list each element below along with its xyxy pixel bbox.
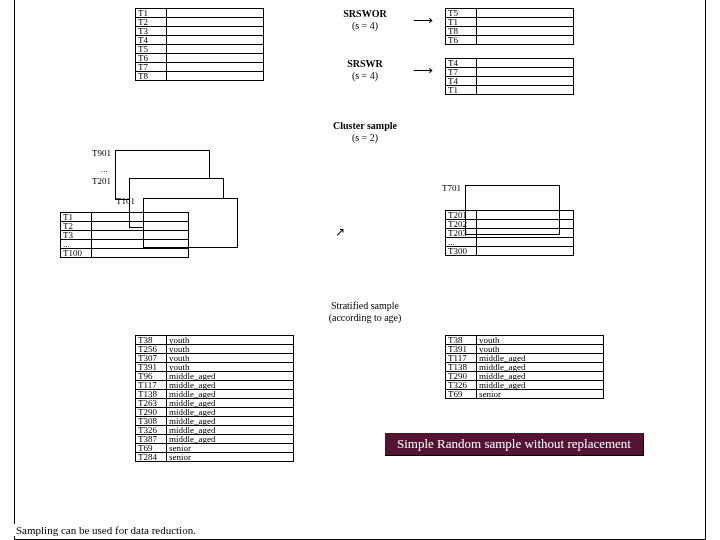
row-body xyxy=(92,240,189,249)
table-row: T8 xyxy=(136,72,264,81)
row-id: T69 xyxy=(446,390,477,399)
row-id: T284 xyxy=(136,453,167,462)
highlight-text: Simple Random sample without replacement xyxy=(397,436,631,451)
table-row: T3 xyxy=(136,27,264,36)
srswr-table: T4T7T4T1 xyxy=(445,58,574,95)
page-frame: T1T2T3T4T5T6T7T8 SRSWOR (s = 4) ⟶ T5T1T8… xyxy=(14,0,706,540)
table-row: T1 xyxy=(136,9,264,18)
cluster-title: Cluster sample xyxy=(333,120,397,131)
srswr-sub: (s = 4) xyxy=(352,70,378,81)
table-row: T4 xyxy=(446,59,574,68)
srswor-caption: SRSWOR (s = 4) xyxy=(325,8,405,32)
row-id: T8 xyxy=(136,72,167,81)
table-row: T7 xyxy=(446,68,574,77)
stratified-sub: (according to age) xyxy=(329,312,402,323)
table-row: T284senior xyxy=(136,453,294,462)
cluster-caption: Cluster sample (s = 2) xyxy=(305,120,425,144)
row-body xyxy=(92,213,189,222)
table-row: T1 xyxy=(61,213,189,222)
table-row: T307youth xyxy=(136,354,294,363)
stack-label-right: T701 xyxy=(431,183,461,193)
footer-text: Sampling can be used for data reduction. xyxy=(10,524,202,536)
srswor-table: T5T1T8T6 xyxy=(445,8,574,45)
row-body xyxy=(477,238,574,247)
row-body xyxy=(167,63,264,72)
row-id: T300 xyxy=(446,247,477,256)
row-body xyxy=(477,18,574,27)
srswor-title: SRSWOR xyxy=(343,8,386,19)
table-row: T203 xyxy=(446,229,574,238)
row-value: senior xyxy=(167,453,294,462)
table-row: T5 xyxy=(136,45,264,54)
row-body xyxy=(167,54,264,63)
row-body xyxy=(477,247,574,256)
cluster-left-table: T1T2T3...T100 xyxy=(60,212,189,258)
table-row: T100 xyxy=(61,249,189,258)
row-body xyxy=(477,36,574,45)
arrow-cluster: ↗ xyxy=(335,225,345,240)
highlight-box: Simple Random sample without replacement xyxy=(385,433,644,456)
row-body xyxy=(477,229,574,238)
table-row: T1 xyxy=(446,86,574,95)
table-row: T326middle_aged xyxy=(446,381,604,390)
row-body xyxy=(477,27,574,36)
stratified-left-table: T38youthT256youthT307youthT391youthT96mi… xyxy=(135,335,294,462)
srswor-sub: (s = 4) xyxy=(352,20,378,31)
row-body xyxy=(167,72,264,81)
table-row: T6 xyxy=(446,36,574,45)
table-row: T6 xyxy=(136,54,264,63)
table-row: T3 xyxy=(61,231,189,240)
row-body xyxy=(477,68,574,77)
table-row: T387middle_aged xyxy=(136,435,294,444)
row-body xyxy=(477,59,574,68)
footer-content: Sampling can be used for data reduction. xyxy=(16,524,196,536)
stack-label-1: T901 xyxy=(81,148,111,158)
row-body xyxy=(167,36,264,45)
row-body xyxy=(477,77,574,86)
cluster-sub: (s = 2) xyxy=(352,132,378,143)
table-row: T2 xyxy=(136,18,264,27)
table-row: T69senior xyxy=(136,444,294,453)
table-row: T4 xyxy=(136,36,264,45)
table-row: T38youth xyxy=(136,336,294,345)
table-row: T7 xyxy=(136,63,264,72)
srswr-caption: SRSWR (s = 4) xyxy=(325,58,405,82)
table-row: T2 xyxy=(61,222,189,231)
table-row: T38youth xyxy=(446,336,604,345)
table-row: T256youth xyxy=(136,345,294,354)
table-row: T5 xyxy=(446,9,574,18)
arrow-srswor: ⟶ xyxy=(413,12,433,29)
cluster-right-table: T201T202T203...T300 xyxy=(445,210,574,256)
table-row: T1 xyxy=(446,18,574,27)
row-id: T6 xyxy=(446,36,477,45)
row-body xyxy=(92,222,189,231)
stratified-caption: Stratified sample (according to age) xyxy=(285,300,445,324)
table-row: T4 xyxy=(446,77,574,86)
stack-label-2: T201 xyxy=(81,176,111,186)
stratified-title: Stratified sample xyxy=(331,300,399,311)
srswr-title: SRSWR xyxy=(347,58,383,69)
table-row: T69senior xyxy=(446,390,604,399)
row-body xyxy=(167,27,264,36)
table-row: T300 xyxy=(446,247,574,256)
stack-label-3: T101 xyxy=(105,196,135,206)
row-value: senior xyxy=(477,390,604,399)
row-id: T1 xyxy=(446,86,477,95)
arrow-srswr: ⟶ xyxy=(413,62,433,79)
row-body xyxy=(92,249,189,258)
row-body xyxy=(477,220,574,229)
row-body xyxy=(167,18,264,27)
row-id: T100 xyxy=(61,249,92,258)
row-body xyxy=(477,211,574,220)
row-body xyxy=(167,45,264,54)
row-body xyxy=(477,86,574,95)
source-table: T1T2T3T4T5T6T7T8 xyxy=(135,8,264,81)
row-body xyxy=(167,9,264,18)
stack-dots-1: ... xyxy=(101,164,108,174)
table-row: T8 xyxy=(446,27,574,36)
row-body xyxy=(92,231,189,240)
row-body xyxy=(477,9,574,18)
stratified-right-table: T38youthT391youthT117middle_agedT138midd… xyxy=(445,335,604,399)
